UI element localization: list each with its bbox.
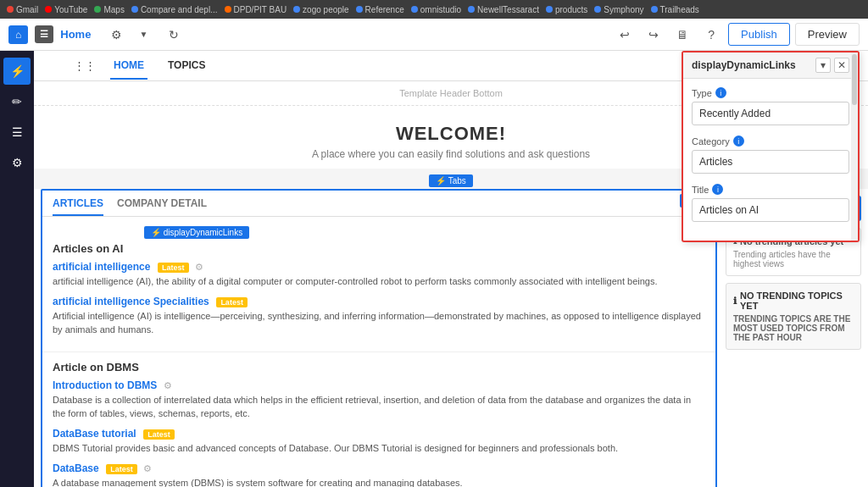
- properties-dropdown-icon[interactable]: ▾: [815, 58, 831, 73]
- grid-icon[interactable]: ⋮⋮: [76, 58, 93, 75]
- badge-latest-ai-1: Latest: [158, 263, 189, 273]
- lightning-sidebar-icon[interactable]: ⚡: [3, 58, 31, 85]
- category-label: Category i: [692, 136, 849, 147]
- badge-latest-ai-2: Latest: [216, 297, 248, 307]
- article-item-ai-1: artificial intelligence Latest ⚙ artific…: [53, 260, 705, 288]
- article-ai-2-desc: Artificial intelligence (AI) is intellig…: [53, 310, 705, 336]
- type-field: Type i: [692, 87, 849, 125]
- tab-maps[interactable]: Maps: [94, 5, 124, 14]
- sf-icon[interactable]: ☰: [35, 25, 53, 43]
- redo-icon[interactable]: ↪: [642, 23, 665, 47]
- tab-omnistudio[interactable]: omnistudio: [411, 5, 461, 14]
- group-title-dbms: Article on DBMS: [53, 361, 705, 374]
- category-input[interactable]: [692, 150, 849, 174]
- article-dbms-2-desc: DBMS Tutorial provides basic and advance…: [53, 442, 705, 455]
- home-icon[interactable]: ⌂: [8, 25, 28, 44]
- gear-sidebar-icon[interactable]: ⚙: [3, 149, 31, 176]
- preview-button[interactable]: Preview: [795, 23, 860, 46]
- article-ai-2-header: artificial intelligence Specialities Lat…: [53, 295, 705, 307]
- article-dbms-3-desc: A database management system (DBMS) is s…: [53, 477, 705, 487]
- properties-header: displayDynamicLinks ▾ ✕: [683, 53, 858, 79]
- trending-topics-desc: TRENDING TOPICS ARE THE MOST USED TOPICS…: [733, 314, 854, 342]
- properties-header-icons: ▾ ✕: [815, 58, 849, 73]
- article-ai-1-link[interactable]: artificial intelligence: [53, 261, 150, 273]
- trending-articles-desc: Trending articles have the highest views: [733, 250, 854, 268]
- info-icon-2: ℹ: [733, 296, 737, 307]
- address-bar: ⌂ ☰ Home ⚙ ▼ ↻ ↩ ↪ 🖥 ? Publish Preview: [0, 19, 868, 51]
- group-title-ai: Articles on AI: [53, 242, 705, 255]
- article-dbms-1-desc: Database is a collection of interrelated…: [53, 394, 705, 420]
- tab-trailheads[interactable]: Trailheads: [651, 5, 699, 14]
- article-item-dbms-3: DataBase Latest ⚙ A database management …: [53, 462, 705, 487]
- tab-youtube[interactable]: YouTube: [45, 5, 87, 14]
- desktop-icon[interactable]: 🖥: [670, 23, 694, 47]
- tab-newell[interactable]: NewellTessaract: [468, 5, 539, 14]
- app-name: Home: [60, 28, 91, 41]
- dynamic-links-badge[interactable]: ⚡ displayDynamicLinks: [144, 226, 249, 239]
- article-dbms-2-header: DataBase tutorial Latest: [53, 427, 705, 440]
- category-field: Category i: [692, 136, 849, 174]
- list-sidebar-icon[interactable]: ☰: [3, 119, 31, 146]
- article-ai-2-link[interactable]: artificial intelligence Specialities: [53, 296, 209, 307]
- category-info-icon[interactable]: i: [733, 136, 744, 147]
- gear-icon-ai-1[interactable]: ⚙: [195, 262, 203, 272]
- tab-dpd[interactable]: DPD/PIT BAU: [225, 5, 287, 14]
- gear-icon-dbms-3[interactable]: ⚙: [143, 463, 152, 473]
- panel-scrollbar[interactable]: [851, 53, 858, 241]
- publish-button[interactable]: Publish: [728, 23, 790, 46]
- articles-panel: ARTICLES COMPANY DETAIL + ▣ ⚡ displayDyn…: [41, 189, 717, 487]
- article-ai-1-desc: artificial intelligence (AI), the abilit…: [53, 275, 705, 288]
- article-item-ai-2: artificial intelligence Specialities Lat…: [53, 295, 705, 336]
- article-dbms-1-header: Introduction to DBMS ⚙: [53, 379, 705, 391]
- article-item-dbms-1: Introduction to DBMS ⚙ Database is a col…: [53, 379, 705, 420]
- properties-panel: displayDynamicLinks ▾ ✕ Type i: [682, 51, 860, 242]
- trending-topics-box: ℹ NO TRENDING TOPICS YET TRENDING TOPICS…: [726, 283, 861, 350]
- tabs-badge[interactable]: ⚡ Tabs: [429, 174, 473, 187]
- pencil-sidebar-icon[interactable]: ✏: [3, 88, 31, 115]
- nav-topics[interactable]: TOPICS: [164, 53, 209, 80]
- tab-reference[interactable]: Reference: [356, 5, 404, 14]
- article-item-dbms-2: DataBase tutorial Latest DBMS Tutorial p…: [53, 427, 705, 455]
- article-group-dbms: Article on DBMS Introduction to DBMS ⚙ D…: [42, 352, 715, 487]
- tab-gmail[interactable]: Gmail: [7, 5, 38, 14]
- properties-close-icon[interactable]: ✕: [834, 58, 849, 73]
- type-info-icon[interactable]: i: [715, 87, 726, 98]
- tab-company-detail[interactable]: COMPANY DETAIL: [117, 197, 207, 216]
- toolbar-actions: ↩ ↪ 🖥 ? Publish Preview: [613, 23, 860, 47]
- article-group-ai: Articles on AI artificial intelligence L…: [42, 234, 715, 352]
- trending-topics-title: ℹ NO TRENDING TOPICS YET: [733, 291, 854, 311]
- content-area: ⋮⋮ HOME TOPICS Template Header Bottom WE…: [34, 51, 868, 487]
- tab-compare[interactable]: Compare and depl...: [131, 5, 218, 14]
- badge-latest-dbms-2: Latest: [143, 429, 175, 440]
- tab-articles[interactable]: ARTICLES: [53, 197, 103, 216]
- left-sidebar: ⚡ ✏ ☰ ⚙: [0, 51, 34, 487]
- article-dbms-2-link[interactable]: DataBase tutorial: [53, 428, 136, 440]
- tab-zogo[interactable]: zogo people: [293, 5, 349, 14]
- gear-icon-dbms-1[interactable]: ⚙: [164, 380, 172, 390]
- dynamic-links-row: ⚡ displayDynamicLinks + ▣: [42, 217, 715, 229]
- scrollbar-thumb[interactable]: [852, 54, 857, 105]
- nav-home[interactable]: HOME: [110, 53, 147, 80]
- title-label: Title i: [692, 184, 849, 195]
- chevron-down-icon[interactable]: ▼: [131, 23, 155, 47]
- main-layout: ⚡ ✏ ☰ ⚙ ⋮⋮ HOME TOPICS Template Header B…: [0, 51, 868, 487]
- title-input[interactable]: [692, 198, 849, 222]
- settings-icon[interactable]: ⚙: [104, 23, 128, 47]
- type-input[interactable]: [692, 102, 849, 125]
- tab-symphony[interactable]: Symphony: [594, 5, 643, 14]
- title-info-icon[interactable]: i: [712, 184, 723, 195]
- properties-body: Type i Category i Title: [683, 79, 858, 241]
- browser-bar: Gmail YouTube Maps Compare and depl... D…: [0, 0, 868, 19]
- title-field: Title i: [692, 184, 849, 222]
- article-dbms-1-link[interactable]: Introduction to DBMS: [53, 379, 157, 391]
- articles-tabs: ARTICLES COMPANY DETAIL + ▣: [42, 191, 715, 217]
- tab-products[interactable]: products: [546, 5, 587, 14]
- badge-latest-dbms-3: Latest: [106, 464, 137, 474]
- refresh-icon[interactable]: ↻: [162, 23, 186, 47]
- properties-title: displayDynamicLinks: [692, 59, 796, 71]
- undo-icon[interactable]: ↩: [613, 23, 637, 47]
- article-ai-1-header: artificial intelligence Latest ⚙: [53, 260, 705, 273]
- article-dbms-3-header: DataBase Latest ⚙: [53, 462, 705, 474]
- article-dbms-3-link[interactable]: DataBase: [53, 462, 99, 474]
- help-icon[interactable]: ?: [699, 23, 723, 47]
